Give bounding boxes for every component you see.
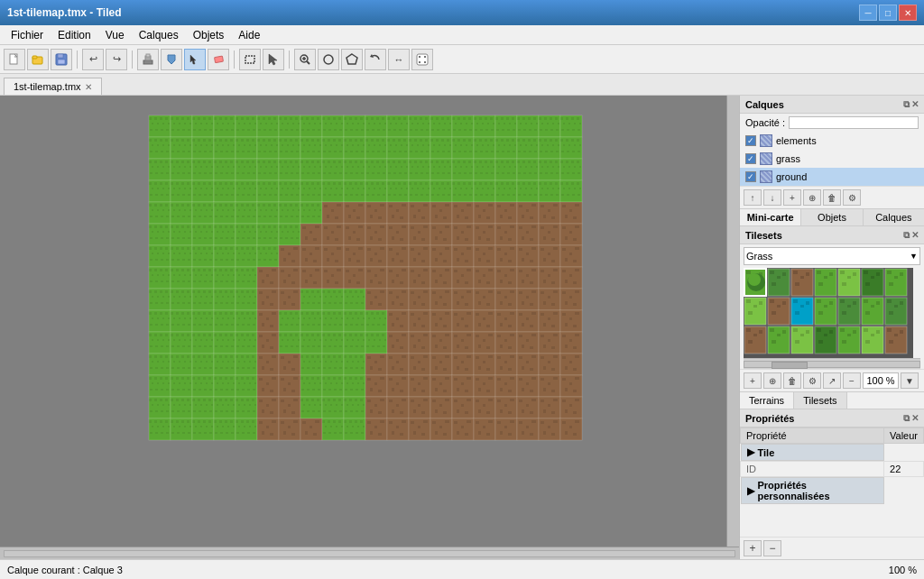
- layer-visible-ground[interactable]: ✓: [745, 171, 756, 182]
- props-float-button[interactable]: ⧉: [903, 413, 910, 424]
- pointer-button[interactable]: [263, 49, 284, 70]
- menu-fichier[interactable]: Fichier: [4, 27, 51, 43]
- tab-tilemap[interactable]: 1st-tilemap.tmx ✕: [4, 78, 102, 95]
- canvas-area[interactable]: [0, 96, 739, 559]
- props-row-id: ID 22: [741, 462, 924, 477]
- menu-vue[interactable]: Vue: [98, 27, 132, 43]
- tileset-zoom-out-button[interactable]: −: [843, 372, 861, 389]
- tab-terrains[interactable]: Terrains: [740, 392, 794, 409]
- layers-float-button[interactable]: ⧉: [903, 99, 910, 110]
- undo-button[interactable]: ↩: [82, 49, 104, 70]
- tileset-select-row: Grass ▼: [740, 244, 924, 268]
- object-select-button[interactable]: [341, 49, 363, 70]
- layer-up-button[interactable]: ↑: [744, 189, 762, 206]
- layer-visible-grass[interactable]: ✓: [745, 153, 756, 164]
- tab-close-button[interactable]: ✕: [85, 82, 92, 92]
- tileset-delete-button[interactable]: 🗑: [783, 372, 801, 389]
- props-section-custom: ▶ Propriétés personnalisées: [741, 477, 884, 504]
- tileset-zoom-dropdown[interactable]: ▼: [901, 372, 919, 389]
- layers-title: Calques: [745, 99, 784, 110]
- tileset-copy-button[interactable]: ⊕: [763, 372, 781, 389]
- tileset-export-button[interactable]: ↗: [823, 372, 841, 389]
- random-button[interactable]: [411, 49, 433, 70]
- layer-down-button[interactable]: ↓: [763, 189, 781, 206]
- minimize-button[interactable]: ─: [859, 5, 877, 21]
- tab-tilesets[interactable]: Tilesets: [794, 392, 847, 409]
- close-button[interactable]: ✕: [899, 5, 917, 21]
- layers-close-button[interactable]: ✕: [911, 99, 919, 110]
- tileset-props-button[interactable]: ⚙: [803, 372, 821, 389]
- tileset-scrollbar-track[interactable]: [744, 361, 920, 368]
- layer-item-ground[interactable]: ✓ ground: [740, 168, 924, 186]
- layer-add-button[interactable]: +: [783, 189, 801, 206]
- main-area: Calques ⧉ ✕ Opacité : ✓ elements ✓: [0, 96, 924, 559]
- tileset-canvas: [744, 268, 913, 358]
- layer-visible-elements[interactable]: ✓: [745, 135, 756, 146]
- tab-objets[interactable]: Objets: [801, 209, 863, 225]
- opacity-row: Opacité :: [740, 114, 924, 132]
- tileset-grid[interactable]: [744, 268, 913, 358]
- menu-edition[interactable]: Edition: [51, 27, 98, 43]
- maximize-button[interactable]: □: [879, 5, 897, 21]
- props-panel-header: Propriétés ⧉ ✕: [740, 409, 924, 427]
- layers-header-controls: ⧉ ✕: [903, 99, 919, 110]
- fill-button[interactable]: [161, 49, 182, 70]
- vertical-scrollbar[interactable]: [726, 96, 739, 547]
- erase-button[interactable]: [208, 49, 229, 70]
- props-section-arrow: ▶: [747, 446, 754, 458]
- new-button[interactable]: [4, 49, 25, 70]
- props-add-button[interactable]: +: [744, 540, 762, 556]
- layer-item-elements[interactable]: ✓ elements: [740, 132, 924, 150]
- layer-item-grass[interactable]: ✓ grass: [740, 150, 924, 168]
- toolbar: ↩ ↪ ↔: [0, 45, 924, 74]
- svg-rect-18: [417, 54, 428, 65]
- tab-calques[interactable]: Calques: [864, 209, 924, 225]
- props-delete-button[interactable]: −: [763, 540, 781, 556]
- layer-delete-button[interactable]: 🗑: [823, 189, 841, 206]
- tilesets-header-controls: ⧉ ✕: [903, 230, 919, 241]
- tilesets-float-button[interactable]: ⧉: [903, 230, 910, 241]
- opacity-slider[interactable]: [789, 116, 919, 129]
- tileset-scrollbar[interactable]: [744, 358, 920, 369]
- stamp-button[interactable]: [137, 49, 159, 70]
- layer-props-button[interactable]: ⚙: [843, 189, 861, 206]
- menu-aide[interactable]: Aide: [231, 27, 267, 43]
- props-header-controls: ⧉ ✕: [903, 413, 919, 424]
- props-close-button[interactable]: ✕: [911, 413, 919, 424]
- tileset-dropdown[interactable]: Grass ▼: [744, 247, 920, 265]
- status-bar: Calque courant : Calque 3 100 %: [0, 559, 924, 579]
- open-button[interactable]: [27, 49, 49, 70]
- rect-select-button[interactable]: [239, 49, 261, 70]
- tileset-zoom-input[interactable]: [863, 372, 899, 389]
- tab-label: 1st-tilemap.tmx: [14, 81, 81, 92]
- app-title: 1st-tilemap.tmx - Tiled: [7, 6, 121, 19]
- svg-point-21: [419, 61, 420, 63]
- separator-1: [77, 51, 78, 69]
- tab-bar: 1st-tilemap.tmx ✕: [0, 74, 924, 96]
- horizontal-scrollbar[interactable]: [0, 547, 739, 559]
- tab-mini-carte[interactable]: Mini-carte: [740, 209, 801, 225]
- tileset-new-button[interactable]: +: [744, 372, 762, 389]
- rotate-button[interactable]: [365, 49, 386, 70]
- svg-marker-16: [346, 54, 357, 64]
- zoom-level: 100 %: [889, 565, 917, 575]
- polygon-button[interactable]: [318, 49, 339, 70]
- select-button[interactable]: [184, 49, 206, 70]
- layer-copy-button[interactable]: ⊕: [803, 189, 821, 206]
- menu-calques[interactable]: Calques: [132, 27, 186, 43]
- flip-button[interactable]: ↔: [388, 49, 410, 70]
- props-section-custom-arrow: ▶: [747, 485, 754, 497]
- save-button[interactable]: [51, 49, 72, 70]
- layer-icon-ground: [760, 170, 772, 183]
- redo-button[interactable]: ↪: [106, 49, 127, 70]
- svg-rect-6: [143, 60, 152, 64]
- zoom-in-button[interactable]: [294, 49, 316, 70]
- window-controls: ─ □ ✕: [859, 5, 917, 21]
- tileset-scrollbar-thumb[interactable]: [772, 362, 808, 369]
- tilesets-close-button[interactable]: ✕: [911, 230, 919, 241]
- svg-line-14: [307, 61, 310, 64]
- menu-objets[interactable]: Objets: [186, 27, 232, 43]
- svg-rect-9: [215, 56, 224, 62]
- menu-bar: Fichier Edition Vue Calques Objets Aide: [0, 25, 924, 45]
- svg-rect-5: [58, 60, 65, 64]
